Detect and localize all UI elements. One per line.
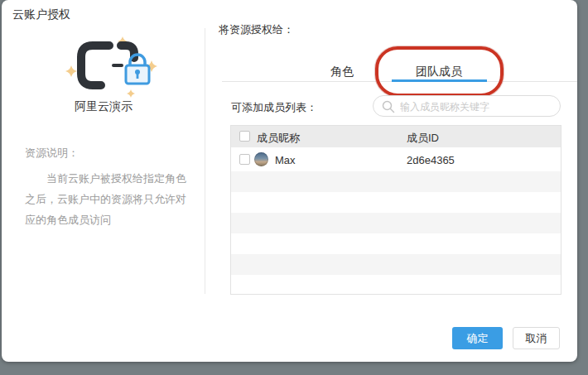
dialog-title: 云账户授权 (12, 7, 70, 22)
avatar (254, 152, 268, 166)
panel-divider (205, 28, 205, 294)
table-empty-row (231, 171, 561, 192)
account-name: 阿里云演示 (2, 99, 205, 114)
tab-role[interactable]: 角色 (317, 62, 367, 80)
column-header-nickname: 成员昵称 (257, 131, 300, 146)
confirm-button[interactable]: 确定 (452, 327, 503, 349)
table-empty-row (231, 275, 561, 295)
member-list-label: 可添加成员列表： (231, 100, 317, 115)
empty-rows (231, 171, 561, 295)
table-empty-row (231, 213, 561, 233)
search-icon (382, 100, 395, 113)
member-search-box (373, 95, 561, 117)
member-search-input[interactable] (398, 97, 557, 117)
active-tab-underline (392, 79, 487, 82)
table-row[interactable]: Max 2d6e4365 (231, 147, 561, 171)
table-header-row: 成员昵称 成员ID (231, 126, 561, 147)
screen: { "dialog": { "title": "云账户授权", "account… (0, 0, 588, 375)
member-nickname: Max (275, 154, 296, 166)
member-id: 2d6e4365 (407, 154, 455, 166)
member-table: 成员昵称 成员ID Max 2d6e4365 (230, 125, 561, 295)
row-checkbox[interactable] (239, 154, 250, 165)
column-header-member-id: 成员ID (407, 131, 439, 146)
table-empty-row (231, 233, 561, 254)
resource-note-body: 当前云账户被授权给指定角色之后，云账户中的资源将只允许对应的角色成员访问 (25, 168, 192, 230)
select-all-checkbox[interactable] (239, 131, 250, 142)
tab-team-members[interactable]: 团队成员 (389, 62, 489, 80)
cloud-link-lock-icon (50, 35, 157, 99)
table-empty-row (231, 192, 561, 213)
resource-note-label: 资源说明： (25, 146, 79, 161)
cloud-account-authorization-dialog: 云账户授权 阿里云演示 资源说明： 当前云账户被授权给指定角色之后 (2, 0, 577, 362)
table-empty-row (231, 254, 561, 275)
cancel-button[interactable]: 取消 (513, 327, 560, 349)
authorize-to-label: 将资源授权给： (219, 22, 294, 37)
